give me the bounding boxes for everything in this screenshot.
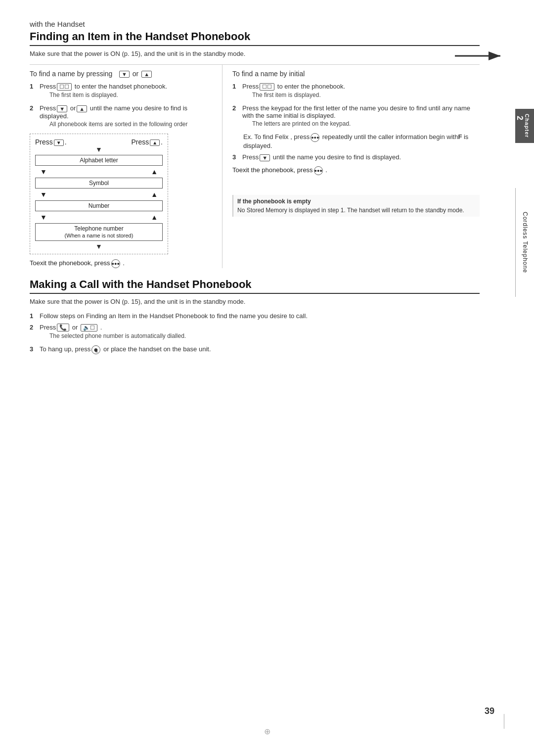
top-arrow — [455, 47, 504, 66]
d-down: ▼ — [54, 140, 64, 146]
diagram-item-alpha: Alphabet letter — [35, 155, 163, 166]
arrow-down-last: ▼ — [35, 243, 163, 250]
diagram-header-arrows: Press▼. Press▲. — [35, 138, 163, 146]
arrow-up-num: ▲ — [151, 190, 158, 198]
down-btn-right-3: ▼ — [260, 154, 270, 161]
note-box: If the phonebook is empty No Stored Memo… — [232, 195, 480, 217]
bottom-right-line — [504, 714, 504, 729]
right-step-3: 3 Press▼ until the name you desire to fi… — [232, 153, 480, 161]
left-exit-text: Toexit the phonebook, press●●● . — [30, 259, 212, 268]
chapter-tab: Chapter 2 — [515, 109, 534, 143]
arrow-down-1: ▼ — [35, 146, 163, 153]
right-step-content-1: Press☐☐ to enter the phonebook. The firs… — [242, 83, 480, 100]
s2-step-content-3: To hang up, press●̲ or place the handset… — [40, 345, 480, 354]
call-btn: 📞 — [57, 324, 69, 331]
pb-btn-1: ☐☐ — [57, 83, 72, 91]
s2-step-num-3: 3 — [30, 345, 37, 354]
arrow-up-sym: ▲ — [151, 168, 158, 176]
section2-title: Making a Call with the Handset Phonebook — [30, 278, 480, 294]
s2-step-3: 3 To hang up, press●̲ or place the hands… — [30, 345, 480, 354]
s2-step-sub-2: The selected phone number is automatical… — [49, 332, 480, 339]
step-num-2: 2 — [30, 104, 37, 130]
right-step-content-3: Press▼ until the name you desire to find… — [242, 153, 480, 161]
right-column: To find a name by initial 1 Press☐☐ to e… — [222, 65, 480, 268]
s2-step-num-1: 1 — [30, 312, 37, 320]
hangup-btn: ●̲ — [91, 345, 100, 354]
right-step-2: 2 Press the keypad for the first letter … — [232, 104, 480, 129]
sp-btn: 🔈☐ — [81, 324, 97, 331]
s2-step-num-2: 2 — [30, 324, 37, 342]
note-title: If the phonebook is empty — [237, 198, 476, 205]
left-step-1: 1 Press☐☐ to enter the handset phonebook… — [30, 83, 212, 100]
right-col-header: To find a name by initial — [232, 70, 480, 78]
press-up-label: Press▲. — [131, 138, 163, 146]
down-btn-2: ▼ — [57, 105, 67, 112]
up-btn-2: ▲ — [77, 105, 87, 112]
diagram-item-telephone: Telephone number (When a name is not sto… — [35, 223, 163, 241]
two-col-layout: To find a name by pressing ▼ or ▲ 1 Pres… — [30, 64, 480, 268]
step-content-1: Press☐☐ to enter the handset phonebook. … — [40, 83, 212, 100]
right-step-num-1: 1 — [232, 83, 239, 100]
s2-step-content-2: Press📞 or 🔈☐ . The selected phone number… — [40, 324, 480, 342]
section2: Making a Call with the Handset Phonebook… — [30, 278, 480, 355]
arrow-down-num: ▼ — [40, 190, 47, 198]
cordless-telephone-label: Cordless Telephone — [515, 188, 534, 297]
left-column: To find a name by pressing ▼ or ▲ 1 Pres… — [30, 65, 222, 268]
section2-intro: Make sure that the power is ON (p. 15), … — [30, 298, 480, 305]
pb-btn-right-1: ☐☐ — [260, 83, 274, 91]
diagram-note: (When a name is not stored) — [65, 233, 134, 238]
arrow-up-tel: ▲ — [151, 213, 158, 221]
sort-order-diagram: Press▼. Press▲. ▼ Alphabet letter ▼ ▲ Sy… — [30, 134, 168, 254]
note-text: No Stored Memory is displayed in step 1.… — [237, 207, 476, 214]
exit-btn-right: ●●● — [314, 166, 323, 175]
arrow-down-tel: ▼ — [40, 213, 47, 221]
right-exit-text: Toexit the phonebook, press●●● . — [232, 166, 480, 175]
main-content: with the Handset Finding an Item in the … — [30, 20, 504, 354]
right-step-num-2: 2 — [232, 104, 239, 129]
right-example: Ex. To find Felix , press●●● repeatedly … — [243, 133, 480, 149]
felix-btn: ●●● — [311, 133, 319, 142]
press-down-label: Press▼. — [35, 138, 67, 146]
up-arrow-btn: ▲ — [141, 71, 152, 78]
right-step-num-3: 3 — [232, 153, 239, 161]
step-num-1: 1 — [30, 83, 37, 100]
page-number: 39 — [485, 706, 494, 716]
chapter-label: Chapter — [524, 114, 530, 138]
section1-intro: Make sure that the power is ON (p. 15), … — [30, 50, 480, 57]
s2-step-1: 1 Follow steps on Finding an Item in the… — [30, 312, 480, 320]
step-sub-2: All phonebook items are sorted in the fo… — [49, 121, 212, 128]
d-up: ▲ — [150, 140, 160, 146]
right-step-sub-1: The first item is displayed. — [252, 92, 480, 98]
section1-title: Finding an Item in the Handset Phonebook — [30, 30, 480, 46]
section1-subtitle: with the Handset — [30, 20, 480, 28]
right-step-1: 1 Press☐☐ to enter the phonebook. The fi… — [232, 83, 480, 100]
right-step-sub-2: The letters are printed on the keypad. — [252, 120, 480, 127]
s2-step-content-1: Follow steps on Finding an Item in the H… — [40, 312, 480, 320]
left-step-2: 2 Press▼ or▲ until the name you desire t… — [30, 104, 212, 130]
diagram-item-number: Number — [35, 200, 163, 211]
left-col-header: To find a name by pressing ▼ or ▲ — [30, 70, 212, 78]
step-sub-1: The first item is displayed. — [49, 92, 212, 98]
diagram-item-symbol: Symbol — [35, 178, 163, 189]
step-content-2: Press▼ or▲ until the name you desire to … — [40, 104, 212, 130]
page: Chapter 2 Cordless Telephone with the Ha… — [0, 20, 534, 756]
exit-btn-left: ●●● — [111, 259, 120, 268]
right-step-content-2: Press the keypad for the first letter of… — [242, 104, 480, 129]
s2-step-2: 2 Press📞 or 🔈☐ . The selected phone numb… — [30, 324, 480, 342]
arrow-down-sym: ▼ — [40, 168, 47, 176]
bottom-center-mark: ⊕ — [264, 727, 270, 736]
chapter-number: 2 — [515, 116, 524, 138]
down-arrow-btn: ▼ — [119, 71, 130, 78]
